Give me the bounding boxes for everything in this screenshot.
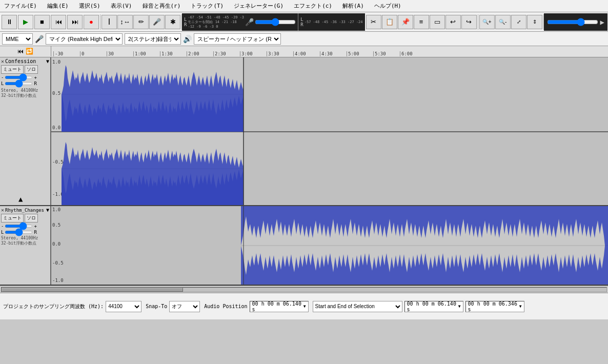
track2-arrow-icon[interactable]: ▼ bbox=[46, 207, 49, 213]
selection-end-display[interactable]: 00 h 00 m 06.346 s ▼ bbox=[465, 301, 524, 312]
track2-volume-slider[interactable] bbox=[5, 225, 33, 228]
lr-input-label: LR bbox=[184, 17, 187, 27]
zoom-fit-v-button[interactable]: ⇕ bbox=[527, 15, 542, 29]
zoom-tools-section: 🔍+ 🔍- ⤢ ⇕ bbox=[478, 14, 544, 30]
track2-mute-button[interactable]: ミュート bbox=[1, 214, 24, 223]
svg-text:0.0: 0.0 bbox=[52, 125, 60, 130]
svg-text:1.0: 1.0 bbox=[52, 207, 60, 212]
track2-info: Stereo, 44100Hz bbox=[1, 236, 49, 240]
draw-tool[interactable]: ✏ bbox=[133, 15, 149, 29]
track1-close-button[interactable]: ✕ bbox=[1, 58, 4, 64]
menu-analyze[interactable]: 解析(A) bbox=[340, 1, 366, 11]
svg-text:-0.5: -0.5 bbox=[52, 159, 64, 165]
input-device-select[interactable]: マイク (Realtek High Definiti ... bbox=[46, 33, 123, 45]
paste-button[interactable]: 📌 bbox=[398, 15, 413, 29]
ruler-mark: 4:00 bbox=[293, 51, 320, 56]
ruler-mark: 3:00 bbox=[240, 51, 267, 56]
ruler-mark: 4:30 bbox=[320, 51, 347, 56]
pause-button[interactable]: ⏸ bbox=[2, 15, 17, 29]
track1-mute-button[interactable]: ミュート bbox=[1, 65, 24, 74]
record-mic-tool[interactable]: 🎤 bbox=[149, 15, 165, 29]
ruler-marks-container: -30 0 30 1:00 1:30 2:00 2:30 3:00 3:30 4… bbox=[51, 46, 608, 56]
redo-button[interactable]: ↪ bbox=[461, 15, 477, 29]
edit-tools-section: ✂ 📋 📌 ≡ ▭ ↩ ↪ bbox=[365, 14, 478, 30]
track2-pan-slider[interactable] bbox=[5, 231, 33, 234]
audio-position-group: Audio Position 00 h 00 m 06.140 s ▼ bbox=[204, 301, 308, 312]
ruler-loop-icon[interactable]: 🔁 bbox=[26, 48, 33, 55]
menu-generator[interactable]: ジェネレーター(G) bbox=[232, 1, 286, 11]
cut-button[interactable]: ✂ bbox=[366, 15, 381, 29]
stop-button[interactable]: ■ bbox=[34, 15, 50, 29]
zoom-in-button[interactable]: 🔍+ bbox=[479, 15, 495, 29]
mic-level-slider[interactable] bbox=[255, 20, 296, 24]
menubar: ファイル(E) 編集(E) 選択(S) 表示(V) 録音と再生(r) トラック(… bbox=[0, 0, 608, 12]
tracks-area: ✕ Confession ▼ ミュート ソロ - + L R Stereo, 4… bbox=[0, 57, 608, 286]
track2-close-button[interactable]: ✕ bbox=[1, 207, 4, 213]
output-device-select[interactable]: スピーカー / ヘッドフォン (Real ... bbox=[194, 33, 281, 45]
svg-rect-16 bbox=[51, 206, 241, 285]
snap-to-select[interactable]: オフ bbox=[169, 301, 200, 312]
selection-end-dropdown-icon[interactable]: ▼ bbox=[519, 304, 522, 309]
svg-text:1.0: 1.0 bbox=[52, 205, 60, 205]
track2-svg: 1.0 0.5 0.0 -0.5 -1.0 bbox=[51, 206, 608, 285]
menu-effect[interactable]: エフェクト(c) bbox=[292, 1, 334, 11]
track1-pan-slider[interactable] bbox=[5, 82, 33, 85]
transport-controls: ⏸ ▶ ■ ⏮ ⏭ ● bbox=[1, 14, 100, 30]
record-button[interactable]: ● bbox=[84, 15, 99, 29]
ruler-mark: 5:30 bbox=[373, 51, 400, 56]
track1-waveform[interactable]: 1.0 0.5 0.0 -0.5 -1.0 1.0 0.5 0.0 -0.5 -… bbox=[51, 57, 608, 205]
track1-volume-slider[interactable] bbox=[5, 76, 33, 79]
tool-section: I ↕↔ ✏ 🎤 ✱ bbox=[100, 14, 182, 30]
playback-level-slider[interactable] bbox=[547, 20, 598, 24]
track1-svg: 1.0 0.5 0.0 -0.5 -1.0 1.0 0.5 0.0 -0.5 -… bbox=[51, 57, 608, 205]
audio-position-value: 00 h 00 m 06.140 s bbox=[252, 301, 303, 312]
prev-button[interactable]: ⏮ bbox=[51, 15, 66, 29]
audio-position-dropdown-icon[interactable]: ▼ bbox=[303, 304, 306, 309]
track1-vol-plus: + bbox=[34, 75, 36, 80]
track1-info2: 32-bit浮動小数点 bbox=[1, 93, 49, 98]
ruler-left-controls: ⏮ 🔁 bbox=[0, 46, 51, 56]
horizontal-scrollbar[interactable] bbox=[0, 286, 608, 293]
ruler-mark: 1:00 bbox=[133, 51, 160, 56]
silence-button[interactable]: ▭ bbox=[430, 15, 445, 29]
selection-tool[interactable]: I bbox=[102, 15, 117, 29]
track1-arrow-icon[interactable]: ▼ bbox=[46, 58, 49, 64]
menu-view[interactable]: 表示(V) bbox=[109, 1, 134, 11]
ruler-rewind-icon[interactable]: ⏮ bbox=[17, 48, 24, 55]
sample-rate-select[interactable]: 44100 bbox=[106, 301, 141, 312]
envelope-tool[interactable]: ↕↔ bbox=[117, 15, 133, 29]
menu-select[interactable]: 選択(S) bbox=[77, 1, 103, 11]
ruler-mark: 3:30 bbox=[267, 51, 293, 56]
trim-button[interactable]: ≡ bbox=[414, 15, 429, 29]
zoom-out-button[interactable]: 🔍- bbox=[495, 15, 511, 29]
vu-input-section: LR -67 -54 -51 -48 -45 -39 -3 モニターを開始 14… bbox=[182, 13, 298, 31]
scrollbar-track[interactable] bbox=[1, 287, 607, 292]
play-button[interactable]: ▶ bbox=[18, 15, 33, 29]
audio-position-display[interactable]: 00 h 00 m 06.140 s ▼ bbox=[250, 301, 309, 312]
channels-select[interactable]: 2(ステレオ)録音チ ... bbox=[125, 33, 181, 45]
track1-solo-button[interactable]: ソロ bbox=[25, 65, 38, 74]
menu-edit[interactable]: 編集(E) bbox=[45, 1, 71, 11]
copy-button[interactable]: 📋 bbox=[382, 15, 397, 29]
menu-track[interactable]: トラック(T) bbox=[189, 1, 226, 11]
scrollbar-thumb[interactable] bbox=[2, 288, 183, 292]
selection-mode-select[interactable]: Start and End of Selection bbox=[313, 301, 402, 312]
selection-start-display[interactable]: 00 h 00 m 06.140 s ▼ bbox=[404, 301, 463, 312]
track2-solo-button[interactable]: ソロ bbox=[25, 214, 38, 223]
track2-waveform[interactable]: 1.0 0.5 0.0 -0.5 -1.0 bbox=[51, 206, 608, 285]
next-button[interactable]: ⏭ bbox=[67, 15, 83, 29]
multi-tool[interactable]: ✱ bbox=[165, 15, 180, 29]
menu-file[interactable]: ファイル(E) bbox=[2, 1, 39, 11]
host-select[interactable]: MME bbox=[2, 33, 33, 45]
svg-text:0.0: 0.0 bbox=[52, 241, 60, 247]
track1-pan-l: L bbox=[1, 81, 4, 86]
track1-collapse-btn[interactable]: ▲ bbox=[18, 195, 23, 203]
lr-output-label: LR bbox=[300, 17, 303, 27]
undo-button[interactable]: ↩ bbox=[445, 15, 461, 29]
menu-help[interactable]: ヘルプ(H) bbox=[372, 1, 403, 11]
selection-start-dropdown-icon[interactable]: ▼ bbox=[458, 304, 461, 309]
menu-playback[interactable]: 録音と再生(r) bbox=[140, 1, 183, 11]
main-toolbar: ⏸ ▶ ■ ⏮ ⏭ ● I ↕↔ ✏ 🎤 ✱ LR -67 -54 -51 -4… bbox=[0, 12, 608, 32]
zoom-fit-button[interactable]: ⤢ bbox=[511, 15, 526, 29]
track1-name: Confession bbox=[5, 58, 45, 64]
